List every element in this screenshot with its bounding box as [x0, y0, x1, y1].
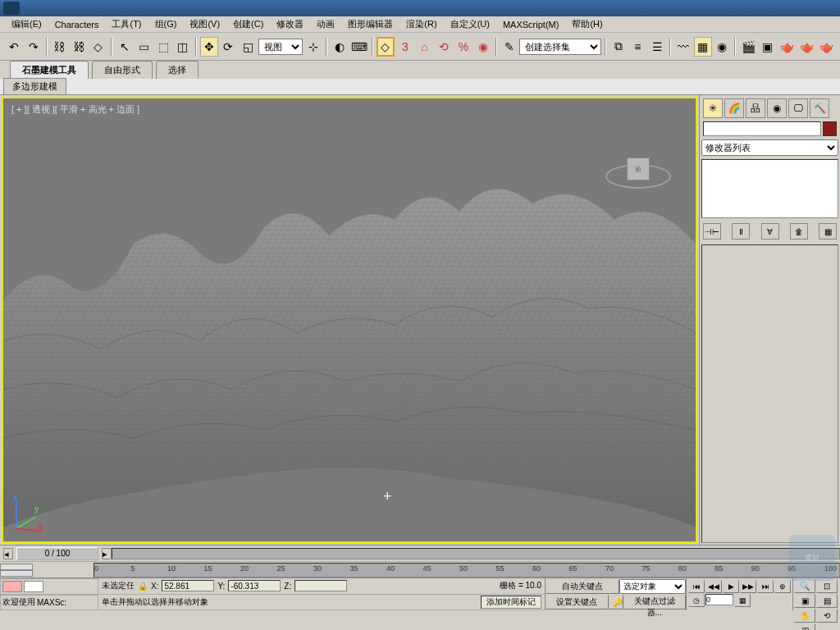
modify-panel-icon[interactable]: 🌈: [724, 98, 744, 118]
menu-characters[interactable]: Characters: [48, 18, 106, 31]
menu-edit[interactable]: 编辑(E): [5, 16, 48, 32]
zoom-all-button[interactable]: ⊡: [816, 579, 838, 593]
keyfilter-button[interactable]: 关键点过滤器...: [623, 595, 687, 609]
orbit-button[interactable]: ⟲: [816, 609, 838, 623]
scale-button[interactable]: ◱: [239, 37, 257, 57]
pivot-button[interactable]: ⊹: [304, 37, 322, 57]
menu-maxscript[interactable]: MAXScript(M): [496, 18, 565, 31]
zoom-button[interactable]: 🔍: [794, 579, 815, 593]
schematic-view-button[interactable]: ▦: [694, 37, 712, 57]
unlink-button[interactable]: ⛓̸: [70, 37, 88, 57]
keyboard-shortcut-button[interactable]: ⌨: [350, 37, 368, 57]
redo-button[interactable]: ↷: [25, 37, 43, 57]
align-button[interactable]: ≡: [629, 37, 647, 57]
pan-button[interactable]: ✋: [794, 609, 815, 623]
snap-toggle-button[interactable]: ◇: [377, 37, 395, 57]
menu-customize[interactable]: 自定义(U): [444, 16, 496, 32]
percent-snap-button[interactable]: ⌂: [416, 37, 434, 57]
show-end-result-button[interactable]: Ⅱ: [732, 223, 750, 240]
next-frame-button[interactable]: ▶▶: [740, 580, 756, 593]
menu-render[interactable]: 渲染(R): [399, 16, 443, 32]
time-track[interactable]: [112, 548, 840, 559]
goto-start-button[interactable]: ⏮: [688, 580, 705, 593]
render-button[interactable]: 🫖: [778, 37, 797, 57]
undo-button[interactable]: ↶: [5, 37, 23, 57]
modifier-stack[interactable]: [701, 159, 838, 218]
current-frame-input[interactable]: [705, 594, 733, 605]
add-time-marker-button[interactable]: 添加时间标记: [481, 596, 541, 609]
select-manipulate-button[interactable]: ◐: [331, 37, 349, 57]
motion-panel-icon[interactable]: ◉: [767, 98, 787, 118]
viewcube[interactable]: 前: [605, 131, 671, 197]
remove-modifier-button[interactable]: 🗑: [790, 223, 808, 240]
tab-select[interactable]: 选择: [156, 61, 199, 79]
object-color-swatch[interactable]: [823, 121, 837, 136]
rotate-button[interactable]: ⟳: [220, 37, 238, 57]
keymode-dropdown[interactable]: 选定对象: [619, 579, 687, 594]
time-slider-back-button[interactable]: ◂: [3, 548, 13, 559]
tab-graphite[interactable]: 石墨建模工具: [10, 61, 89, 79]
zoom-extents-button[interactable]: ▣: [794, 594, 815, 608]
time-slider[interactable]: 0 / 100: [16, 547, 98, 560]
layers-button[interactable]: ☰: [648, 37, 666, 57]
menu-animation[interactable]: 动画: [310, 16, 341, 32]
time-slider-fwd-button[interactable]: ▸: [102, 548, 112, 559]
menu-modifiers[interactable]: 修改器: [270, 16, 310, 32]
script-listener-mini-icon[interactable]: [2, 581, 22, 592]
select-window-button[interactable]: ⬚: [154, 37, 172, 57]
pin-stack-button[interactable]: ⊣⊢: [703, 223, 721, 240]
bind-button[interactable]: ◇: [89, 37, 107, 57]
menu-help[interactable]: 帮助(H): [565, 16, 609, 32]
mirror-button[interactable]: ⧉: [609, 37, 628, 57]
menu-create[interactable]: 创建(C): [226, 16, 270, 32]
trackbar-toggle[interactable]: [0, 564, 33, 577]
lock-icon[interactable]: 🔒: [138, 582, 148, 591]
select-rect-button[interactable]: ▭: [135, 37, 153, 57]
x-coord-input[interactable]: [162, 580, 214, 591]
link-button[interactable]: ⛓: [51, 37, 69, 57]
modifier-list-dropdown[interactable]: 修改器列表: [701, 139, 838, 156]
refcoord-dropdown[interactable]: 视图: [258, 39, 303, 55]
curve-editor-button[interactable]: 〰: [674, 37, 692, 57]
move-button[interactable]: ✥: [200, 37, 218, 57]
select-crossing-button[interactable]: ◫: [174, 37, 192, 57]
viewport-perspective[interactable]: [ + ][ 透视 ][ 平滑 + 高光 + 边面 ] 前: [2, 97, 697, 543]
fov-button[interactable]: ▤: [816, 594, 838, 608]
utilities-panel-icon[interactable]: 🔨: [810, 98, 829, 118]
rollout-area[interactable]: [701, 244, 838, 543]
make-unique-button[interactable]: ∀: [761, 223, 779, 240]
quick-render-button[interactable]: 🫖: [798, 37, 816, 57]
display-panel-icon[interactable]: 🖵: [788, 98, 808, 118]
tab-freeform[interactable]: 自由形式: [92, 61, 153, 79]
percent-button[interactable]: %: [454, 37, 472, 57]
select-cursor-button[interactable]: ↖: [116, 37, 134, 57]
render-frame-button[interactable]: ▣: [759, 37, 777, 57]
menu-group[interactable]: 组(G): [148, 16, 184, 32]
goto-end-button[interactable]: ⏭: [757, 580, 774, 593]
script-output-mini-icon[interactable]: [24, 581, 43, 592]
object-name-input[interactable]: [703, 121, 821, 136]
frame-spinner-button[interactable]: ▦: [734, 594, 751, 607]
key-icon-button[interactable]: 🔑: [609, 595, 623, 609]
prev-frame-button[interactable]: ◀◀: [705, 580, 722, 593]
autokey-button[interactable]: 自动关键点: [546, 579, 619, 594]
spinner-snap-button[interactable]: ⟲: [435, 37, 453, 57]
material-editor-button[interactable]: ◉: [714, 37, 732, 57]
viewport-label[interactable]: [ + ][ 透视 ][ 平滑 + 高光 + 边面 ]: [11, 103, 139, 116]
menu-tools[interactable]: 工具(T): [105, 16, 148, 32]
menu-view[interactable]: 视图(V): [183, 16, 226, 32]
time-config-button[interactable]: ◷: [688, 594, 705, 607]
subtab-polymodel[interactable]: 多边形建模: [3, 78, 66, 95]
hierarchy-panel-icon[interactable]: 品: [746, 98, 765, 118]
named-selection-edit-button[interactable]: ✎: [500, 37, 518, 57]
z-coord-input[interactable]: [294, 580, 347, 591]
create-panel-icon[interactable]: ✳: [703, 98, 723, 118]
maximize-viewport-button[interactable]: ◰: [794, 623, 815, 630]
play-button[interactable]: ▶: [723, 580, 739, 593]
viewcube-face[interactable]: 前: [627, 158, 650, 180]
keymode-toggle-button[interactable]: ⊕: [774, 580, 791, 593]
configure-sets-button[interactable]: ▦: [819, 223, 837, 240]
angle-snap-button[interactable]: 3: [396, 37, 414, 57]
render-preset-button[interactable]: 🫖: [817, 37, 835, 57]
timeline-ruler[interactable]: 0510152025303540455055606570758085909510…: [94, 563, 840, 578]
